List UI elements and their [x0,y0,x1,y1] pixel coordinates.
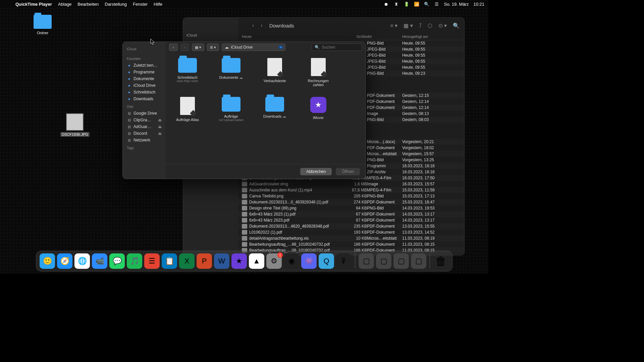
spotlight-icon[interactable]: 🔍 [424,1,429,7]
table-row[interactable]: Ausschnitte aus dem Kurs! (1).mp467,6 MB… [238,187,464,193]
sidebar-item-googledrive[interactable]: ⊟Google Drive [125,110,163,117]
dialog-item-auftrgealias[interactable]: Aufträge Alias [172,97,203,122]
dock-stack1[interactable]: ▢ [376,253,391,269]
view-list-icon[interactable]: ≡ ▾ [390,22,397,29]
dock-spotify[interactable]: 🎵 [127,253,142,269]
sidebar-item-zuletztben[interactable]: ●Zuletzt ben… [125,62,163,69]
search-icon[interactable]: 🔍 [453,22,460,29]
dock[interactable]: 🙂🧭🌐📹💬🎵☰📋XPW★▲⚙1◉👾Q🎙▢▢▢▢🗑 [36,251,452,272]
dock-finder[interactable]: 🙂 [40,253,55,269]
menu-ablage[interactable]: Ablage [58,2,71,7]
dock-audio[interactable]: 🎙 [336,253,352,269]
dialog-item-dokumente[interactable]: Dokumente ☁︎ [216,58,246,87]
dialog-content[interactable]: SchreibtischKein Platz mehrDokumente ☁︎V… [166,53,365,164]
dock-safari[interactable]: 🧭 [57,253,72,269]
dialog-back-button[interactable]: ‹ [169,44,178,51]
sidebar-item-adguar[interactable]: ⊟AdGuar…⏏ [125,123,163,130]
dialog-item-downloads[interactable]: Downloads ☁︎ [260,97,290,122]
dialog-view-grid[interactable]: ▦ ▾ [192,44,204,51]
dock-excel[interactable]: X [179,253,195,269]
dock-todoist[interactable]: ☰ [144,253,160,269]
dock-trash[interactable]: 🗑 [433,253,449,269]
desktop[interactable]: Ordner DSCF1936.JPG iCloud ‹ › Downloads… [0,8,488,274]
wifi-icon[interactable]: 📶 [414,1,419,7]
sidebar-item-downloads[interactable]: ●Downloads [125,96,163,102]
dock-chrome[interactable]: 🌐 [74,253,90,269]
table-row[interactable]: Dokument-20230313…0_483928348 (1).pdf274… [238,199,464,205]
dock-drive[interactable]: ▲ [249,253,264,269]
cancel-button[interactable]: Abbrechen [300,168,332,175]
table-row[interactable]: Bearbeitungsauftrag_…88_10180240732.pdf1… [238,241,464,247]
record-icon[interactable]: ⏺ [384,1,389,7]
col-size[interactable]: Größe [340,35,367,39]
dock-discord[interactable]: 👾 [301,253,317,269]
col-date[interactable]: Heute [242,35,340,39]
sidebar-item-schreibtisch[interactable]: ●Schreibtisch [125,89,163,96]
sidebar-item-iclouddrive[interactable]: ●iCloud Drive [125,82,163,89]
dock-imovie[interactable]: ★ [231,253,247,269]
dialog-path-popup[interactable]: ☁︎ iCloud Drive [222,44,285,51]
dialog-search[interactable]: 🔍 Suchen [312,44,362,51]
dialog-item-imovie[interactable]: ★iMovie [303,97,333,122]
eject-icon[interactable]: ⏏ [158,118,162,122]
column-headers[interactable]: Heute Größe Art Hinzugefügt am [238,33,464,40]
dialog-item-auftrge[interactable]: AufträgeAuf Upload warten [216,97,246,122]
sidebar-item-netzwerk[interactable]: ⊟Netzwerk [125,137,163,143]
forward-arrow-icon[interactable]: › [261,22,262,28]
tag-icon[interactable]: ⬡ [428,22,432,29]
table-row[interactable]: Design ohne Titel (89).png84 KBPNG-Bild1… [238,205,464,211]
dock-stack3[interactable]: ▢ [411,253,426,269]
table-row[interactable]: L01062022 (1).pdf193 KBPDF-Dokument13.03… [238,229,464,235]
open-dialog[interactable]: iCloud Favoriten ●Zuletzt ben…●Programme… [122,42,366,179]
dock-powerpoint[interactable]: P [197,253,212,269]
dock-siri[interactable]: ◉ [284,253,299,269]
dialog-item-rechnungenzahlen[interactable]: Rechnungen zahlen [303,58,333,87]
back-arrow-icon[interactable]: ‹ [252,22,254,28]
dock-settings[interactable]: ⚙1 [266,253,282,269]
dock-trello[interactable]: 📋 [162,253,177,269]
menubar-date[interactable]: So. 19. März [444,2,469,7]
dock-quicktime[interactable]: Q [319,253,334,269]
col-added[interactable]: Hinzugefügt am [402,35,461,39]
view-group-icon[interactable]: ▦ ▾ [404,22,413,29]
dock-preview[interactable]: ▢ [359,253,374,269]
dock-whatsapp[interactable]: 💬 [109,253,125,269]
dock-zoom[interactable]: 📹 [92,253,107,269]
menu-bearbeiten[interactable]: Bearbeiten [77,2,99,7]
dialog-item-verkaufstexte[interactable]: Verkaufstexte [260,58,290,87]
table-row[interactable]: Canva Titelbild.png205 KBPNG-Bild15.03.2… [238,193,464,199]
dialog-forward-button[interactable]: › [180,44,189,51]
table-row[interactable]: 6x6=43 März 2023.pdf67 KBPDF-Dokument14.… [238,217,464,223]
sidebar-item-discord[interactable]: ⊟Discord⏏ [125,130,163,137]
table-row[interactable]: 6x6=43 März 2023 (1).pdf67 KBPDF-Dokumen… [238,211,464,217]
sidebar-item-dokumente[interactable]: ●Dokumente [125,75,163,82]
menubar-time[interactable]: 10:21 [473,2,484,7]
desktop-thumbnail[interactable]: DSCF1936.JPG [60,112,90,137]
table-row[interactable]: AdGuardInstaller.dmg1,6 MBImage16.03.202… [238,181,464,187]
eject-icon[interactable]: ⏏ [158,124,162,129]
dock-word[interactable]: W [214,253,229,269]
sidebar-item-programme[interactable]: ●Programme [125,69,163,75]
table-row[interactable]: Dokument-20230313…4620_483928348.pdf235 … [238,223,464,229]
file-icon [242,224,247,229]
col-kind[interactable]: Art [367,35,402,39]
menu-fenster[interactable]: Fenster [133,2,148,7]
eject-icon[interactable]: ⏏ [158,131,162,136]
dialog-view-group[interactable]: ≣ ▾ [207,44,219,51]
menu-app[interactable]: QuickTime Player [15,2,52,7]
apple-icon[interactable] [4,1,9,7]
action-icon[interactable]: ⊙ ▾ [438,22,447,29]
open-button[interactable]: Öffnen [336,168,360,175]
share-icon[interactable]: ⤴ [419,22,422,28]
desktop-folder[interactable]: Ordner [34,15,52,35]
dialog-item-schreibtisch[interactable]: SchreibtischKein Platz mehr [172,58,203,87]
clock-icon[interactable]: ⧗ [394,1,399,7]
control-center-icon[interactable]: ☰ [434,1,439,7]
menu-hilfe[interactable]: Hilfe [154,2,162,7]
sidebar-item-clipgra[interactable]: ⊟ClipGra…⏏ [125,117,163,123]
battery-icon[interactable]: 🔋 [404,1,409,7]
dialog-sidebar[interactable]: iCloud Favoriten ●Zuletzt ben…●Programme… [123,42,166,179]
menu-darstellung[interactable]: Darstellung [105,2,127,7]
dock-stack2[interactable]: ▢ [393,253,409,269]
table-row[interactable]: detailAntragsnachbearbeitung.xls10 KBMic… [238,235,464,241]
